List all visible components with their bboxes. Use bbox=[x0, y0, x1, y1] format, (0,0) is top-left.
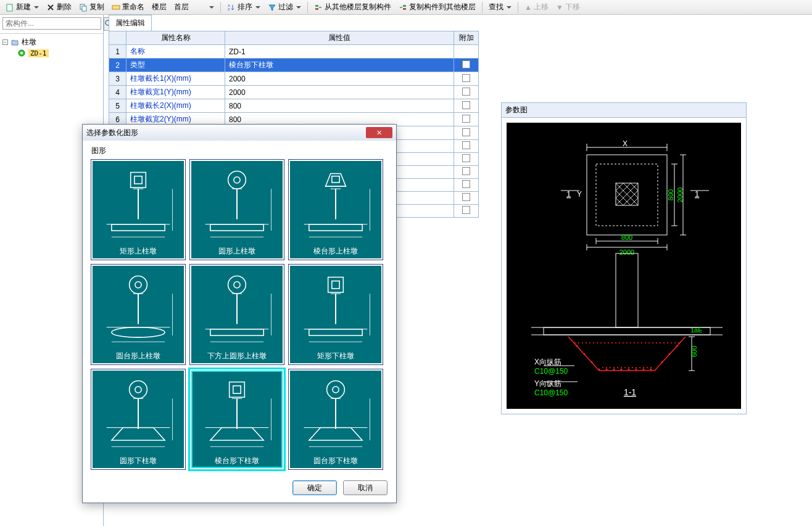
svg-rect-118 bbox=[210, 329, 263, 335]
checkbox-icon[interactable] bbox=[462, 60, 470, 68]
property-row[interactable]: 1 名称 ZD-1 bbox=[109, 45, 479, 59]
svg-rect-14 bbox=[596, 164, 658, 226]
checkbox-icon[interactable] bbox=[462, 88, 470, 96]
shape-thumbnail bbox=[290, 266, 381, 348]
property-value[interactable]: ZD-1 bbox=[225, 45, 454, 59]
property-name: 柱墩截长1(X)(mm) bbox=[126, 72, 225, 86]
dialog-titlebar[interactable]: 选择参数化图形 ✕ bbox=[83, 125, 396, 141]
checkbox-icon[interactable] bbox=[462, 74, 470, 82]
svg-text:2000: 2000 bbox=[676, 187, 684, 202]
checkbox-icon[interactable] bbox=[462, 141, 470, 149]
property-row[interactable]: 3 柱墩截长1(X)(mm) 2000 bbox=[109, 72, 479, 86]
cancel-button[interactable]: 取消 bbox=[343, 480, 387, 495]
checkbox-icon[interactable] bbox=[462, 206, 470, 214]
collapse-icon[interactable]: − bbox=[2, 39, 8, 45]
new-button[interactable]: 新建 bbox=[2, 1, 42, 14]
shape-option[interactable]: 圆台形下柱墩 bbox=[289, 369, 383, 469]
shape-thumbnail bbox=[191, 266, 283, 348]
svg-rect-99 bbox=[332, 176, 339, 183]
tree-root[interactable]: − 柱墩 bbox=[1, 36, 102, 48]
copy-to-button[interactable]: 复制构件到其他楼层 bbox=[396, 1, 479, 14]
floor-label[interactable]: 楼层 bbox=[149, 1, 170, 14]
tree-item[interactable]: ZD-1 bbox=[16, 48, 102, 58]
tree-root-label: 柱墩 bbox=[22, 37, 36, 47]
svg-text:800: 800 bbox=[667, 189, 674, 200]
shape-option[interactable]: 矩形下柱墩 bbox=[289, 265, 383, 364]
shape-option[interactable]: 下方上圆形上柱墩 bbox=[190, 265, 284, 364]
svg-point-110 bbox=[112, 327, 165, 337]
shape-thumbnail bbox=[93, 161, 184, 244]
row-number: 2 bbox=[109, 59, 126, 72]
shape-option[interactable]: 圆台形上柱墩 bbox=[91, 265, 185, 364]
search-input[interactable] bbox=[2, 17, 101, 30]
property-value[interactable]: 2000 bbox=[225, 72, 454, 86]
property-row[interactable]: 5 柱墩截长2(X)(mm) 800 bbox=[109, 99, 479, 113]
property-value[interactable]: 2000 bbox=[225, 86, 454, 99]
checkbox-icon[interactable] bbox=[462, 193, 470, 201]
svg-text:C10@150: C10@150 bbox=[534, 367, 568, 376]
svg-rect-52 bbox=[544, 327, 710, 335]
property-extra[interactable] bbox=[454, 126, 479, 140]
checkbox-icon[interactable] bbox=[462, 128, 470, 136]
svg-point-131 bbox=[135, 387, 141, 393]
shape-option[interactable]: 圆形下柱墩 bbox=[91, 369, 185, 469]
svg-rect-123 bbox=[332, 281, 339, 289]
svg-rect-6 bbox=[315, 5, 318, 7]
row-number: 1 bbox=[109, 45, 126, 59]
copy-from-button[interactable]: 从其他楼层复制构件 bbox=[311, 1, 394, 14]
property-extra[interactable] bbox=[454, 45, 479, 59]
property-row[interactable]: 2 类型 棱台形下柱墩 bbox=[109, 59, 479, 72]
col-value: 属性值 bbox=[225, 31, 454, 45]
filter-button[interactable]: 过滤 bbox=[265, 1, 304, 14]
svg-rect-95 bbox=[210, 224, 263, 231]
svg-rect-51 bbox=[616, 253, 638, 327]
svg-point-57 bbox=[599, 369, 600, 371]
properties-tab[interactable]: 属性编辑 bbox=[109, 15, 152, 31]
shape-label: 棱台形上柱墩 bbox=[290, 244, 381, 260]
svg-point-91 bbox=[228, 171, 246, 189]
svg-text:1-1: 1-1 bbox=[624, 387, 636, 397]
checkbox-icon[interactable] bbox=[462, 101, 470, 109]
move-down-button[interactable]: ▼ 下移 bbox=[553, 1, 583, 14]
svg-text:800: 800 bbox=[621, 234, 632, 241]
shape-option[interactable]: 矩形上柱墩 bbox=[91, 160, 185, 260]
property-extra[interactable] bbox=[454, 59, 479, 72]
svg-point-92 bbox=[234, 177, 240, 183]
copy-button[interactable]: 复制 bbox=[76, 1, 107, 14]
shape-label: 下方上圆形上柱墩 bbox=[191, 348, 283, 365]
svg-point-114 bbox=[228, 276, 246, 294]
svg-point-106 bbox=[130, 276, 147, 294]
checkbox-icon[interactable] bbox=[462, 154, 470, 162]
svg-rect-9 bbox=[403, 8, 406, 10]
svg-point-69 bbox=[669, 353, 671, 355]
checkbox-icon[interactable] bbox=[462, 180, 470, 188]
svg-point-65 bbox=[591, 361, 593, 363]
shape-option[interactable]: 圆形上柱墩 bbox=[190, 160, 284, 260]
checkbox-icon[interactable] bbox=[462, 167, 470, 175]
first-floor-select[interactable]: 首层 bbox=[171, 1, 217, 14]
close-button[interactable]: ✕ bbox=[366, 127, 392, 138]
property-extra[interactable] bbox=[454, 113, 479, 126]
property-extra[interactable] bbox=[454, 72, 479, 86]
dialog-title: 选择参数化图形 bbox=[86, 128, 366, 138]
shape-thumbnail bbox=[191, 161, 283, 244]
shape-option[interactable]: 棱台形下柱墩 bbox=[190, 369, 284, 469]
property-extra[interactable] bbox=[454, 86, 479, 99]
property-value[interactable]: 棱台形下柱墩 bbox=[225, 59, 454, 72]
property-row[interactable]: 4 柱墩截宽1(Y)(mm) 2000 bbox=[109, 86, 479, 99]
ok-button[interactable]: 确定 bbox=[292, 480, 337, 495]
property-extra[interactable] bbox=[454, 99, 479, 113]
find-button[interactable]: 查找 bbox=[486, 1, 515, 14]
rename-button[interactable]: 重命名 bbox=[109, 1, 147, 14]
svg-point-145 bbox=[333, 387, 339, 393]
checkbox-icon[interactable] bbox=[462, 115, 470, 123]
sort-button[interactable]: AZ排序 bbox=[224, 1, 263, 14]
shape-option[interactable]: 棱台形上柱墩 bbox=[289, 160, 383, 260]
shape-thumbnail bbox=[290, 371, 381, 453]
shape-thumbnail bbox=[290, 161, 381, 244]
delete-button[interactable]: 删除 bbox=[43, 1, 75, 14]
property-value[interactable]: 800 bbox=[225, 99, 454, 113]
move-up-button[interactable]: ▲ 上移 bbox=[521, 1, 552, 14]
svg-point-70 bbox=[676, 345, 678, 347]
shape-label: 圆台形下柱墩 bbox=[290, 453, 381, 470]
